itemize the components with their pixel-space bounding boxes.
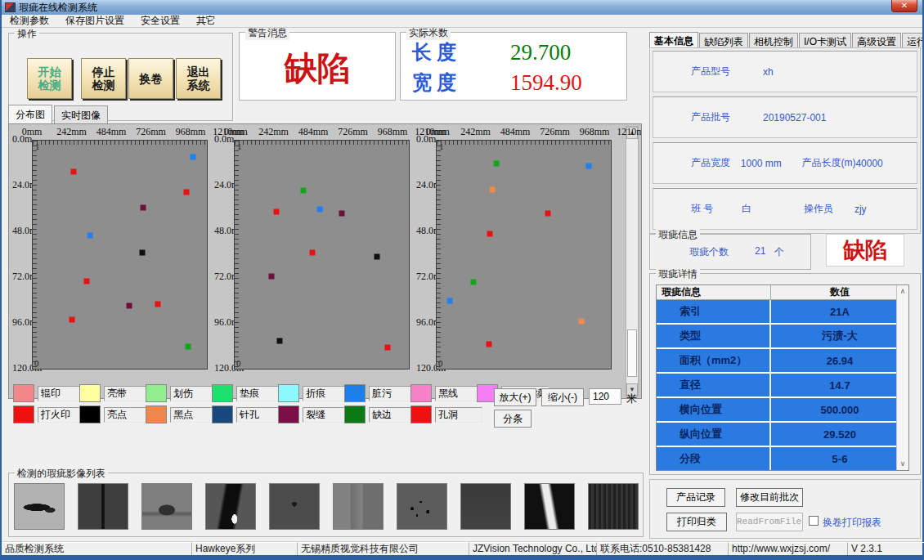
width-value: 1594.90 — [510, 70, 582, 96]
defect-thumbnail-6[interactable] — [333, 483, 384, 530]
x-tick-label: 968mm — [580, 126, 610, 138]
op-button-1[interactable]: 开始 检测 — [27, 58, 72, 99]
defect-point-孔洞[interactable] — [273, 208, 279, 214]
range-input[interactable]: 120 — [589, 388, 621, 405]
defect-point-黑点[interactable] — [490, 186, 496, 192]
defect-point-裂缝[interactable] — [141, 205, 146, 211]
defect-point-脏污[interactable] — [190, 155, 195, 160]
status-section-5: 联系电话:0510-85381428 — [597, 542, 729, 555]
op-button-4[interactable]: 退出 系统 — [176, 58, 221, 99]
right-tab-1[interactable]: 基本信息 — [649, 32, 698, 49]
defect-thumbnail-7[interactable] — [397, 483, 447, 530]
defect-point-裂缝[interactable] — [126, 302, 132, 308]
defect-thumbnail-9[interactable] — [524, 483, 575, 530]
defect-thumbnail-1[interactable] — [14, 483, 65, 530]
table-row-2[interactable]: 类型污渍-大 — [657, 325, 908, 347]
defect-point-孔洞[interactable] — [83, 278, 89, 284]
scatter-plot-2[interactable]: 10 — [234, 140, 410, 370]
defect-point-孔洞[interactable] — [487, 231, 493, 237]
legend-swatch — [278, 405, 299, 423]
field-label: 班 号 — [691, 202, 742, 216]
scatter-plot-1[interactable]: 10 — [32, 140, 208, 370]
table-row-3[interactable]: 面积（mm2）26.94 — [657, 349, 908, 372]
legend-label: 黑线 — [435, 386, 482, 401]
defect-point-缺边[interactable] — [186, 344, 191, 350]
print-report-checkbox-label[interactable]: 换卷打印报表 — [823, 516, 881, 530]
close-button[interactable]: ✕ — [891, 0, 917, 12]
menu-item-3[interactable]: 安全设置 — [132, 14, 188, 28]
defect-point-裂缝[interactable] — [268, 274, 274, 280]
defect-point-孔洞[interactable] — [545, 211, 551, 217]
table-scroll-up-icon[interactable]: ∧ — [897, 285, 908, 298]
window-title: 瑕疵在线检测系统 — [19, 1, 97, 15]
legend-swatch — [79, 405, 101, 423]
table-row-7[interactable]: 分段5-6 — [657, 447, 908, 470]
defect-point-脏污[interactable] — [316, 206, 322, 212]
defect-alert: 缺陷 — [826, 234, 904, 267]
defect-point-缺边[interactable] — [494, 160, 500, 166]
menu-bar: 检测参数保存图片设置安全设置其它 — [2, 15, 922, 28]
defect-thumbnail-5[interactable] — [269, 483, 320, 530]
zoom-in-button[interactable]: 放大(+) — [494, 388, 536, 406]
defect-point-孔洞[interactable] — [385, 344, 391, 350]
defect-point-亮点[interactable] — [277, 338, 283, 343]
defect-point-孔洞[interactable] — [310, 249, 316, 255]
header-cell-value: 数值 — [771, 285, 908, 299]
defect-thumbnail-8[interactable] — [460, 483, 511, 530]
menu-item-1[interactable]: 检测参数 — [2, 14, 57, 28]
defect-point-亮点[interactable] — [375, 253, 380, 259]
defect-detail-title: 瑕疵详情 — [656, 267, 700, 281]
zoom-out-button[interactable]: 缩小(-) — [541, 388, 584, 406]
legend-item-孔洞: 孔洞 — [410, 405, 484, 425]
warning-message: 缺陷 — [244, 41, 390, 95]
operation-group-title: 操作 — [15, 28, 39, 41]
y-tick-label: 0.0m — [12, 133, 32, 146]
scatter-plot-3[interactable]: 10 — [436, 140, 612, 370]
menu-item-4[interactable]: 其它 — [188, 14, 224, 28]
defect-thumbnail-2[interactable] — [78, 483, 128, 530]
defect-thumbnail-3[interactable] — [141, 483, 192, 530]
defect-point-黑点[interactable] — [578, 318, 584, 324]
split-button[interactable]: 分条 — [494, 410, 532, 428]
defect-point-孔洞[interactable] — [487, 341, 492, 347]
table-row-1[interactable]: 索引21A — [657, 300, 908, 323]
defect-point-孔洞[interactable] — [69, 317, 74, 323]
scrollbar-thumb[interactable] — [627, 329, 637, 377]
chart-scrollbar[interactable]: ▲ ▼ — [626, 126, 639, 396]
defect-point-亮点[interactable] — [139, 249, 145, 255]
table-header: 瑕疵信息 数值 — [657, 285, 908, 300]
info-row-4: 班 号白操作员zjy — [653, 188, 917, 230]
legend-item-黑点: 黑点 — [146, 405, 219, 425]
defect-point-脏污[interactable] — [585, 163, 591, 168]
defect-point-孔洞[interactable] — [155, 302, 160, 307]
defect-point-脏污[interactable] — [87, 233, 92, 239]
info-row-2: 产品批号20190527-001 — [653, 96, 917, 138]
defect-summary-group: 瑕疵信息 瑕疵个数 21 个 — [649, 234, 811, 270]
table-row-4[interactable]: 直径14.7 — [657, 374, 908, 396]
print-classify-button[interactable]: 打印归类 — [666, 513, 727, 531]
defect-point-孔洞[interactable] — [183, 189, 189, 195]
legend-item-打火印: 打火印 — [13, 405, 87, 425]
view-tab-1[interactable]: 分布图 — [8, 105, 52, 123]
defect-point-缺边[interactable] — [470, 280, 476, 285]
op-button-3[interactable]: 换卷 — [128, 58, 173, 99]
defect-point-裂缝[interactable] — [339, 211, 344, 217]
op-button-2[interactable]: 停止 检测 — [81, 58, 126, 99]
table-scrollbar[interactable]: ∧ ∨ — [896, 285, 908, 470]
defect-point-孔洞[interactable] — [70, 168, 76, 174]
defect-thumbnail-4[interactable] — [205, 483, 256, 530]
defect-point-缺边[interactable] — [301, 187, 307, 193]
field-label: 产品批号 — [691, 110, 763, 124]
defect-point-脏污[interactable] — [447, 298, 453, 304]
menu-item-2[interactable]: 保存图片设置 — [57, 14, 132, 28]
modify-batch-button[interactable]: 修改目前批次 — [736, 488, 803, 507]
product-record-button[interactable]: 产品记录 — [666, 488, 725, 507]
defect-thumbnail-10[interactable] — [588, 483, 639, 530]
print-report-checkbox[interactable] — [809, 516, 819, 526]
x-tick-label: 242mm — [258, 126, 289, 138]
view-tab-2[interactable]: 实时图像 — [54, 105, 108, 124]
table-scroll-down-icon[interactable]: ∨ — [897, 458, 908, 470]
segment-number-note: 1 — [35, 141, 40, 151]
table-row-6[interactable]: 纵向位置29.520 — [657, 423, 908, 446]
table-row-5[interactable]: 横向位置500.000 — [657, 398, 908, 421]
